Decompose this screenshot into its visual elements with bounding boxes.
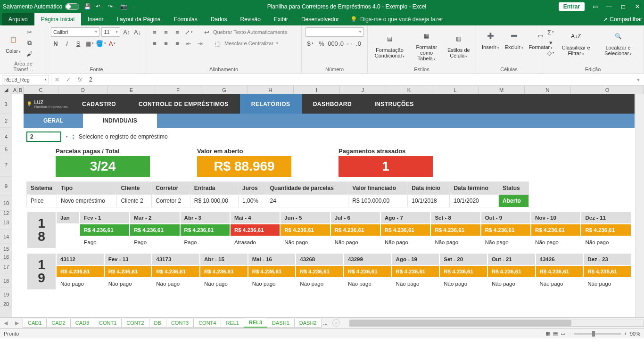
col-C[interactable]: C	[24, 86, 58, 94]
align-bottom-icon[interactable]: ≡	[173, 27, 182, 37]
row-20[interactable]: 20	[0, 301, 12, 307]
enter-fx-icon[interactable]: ✓	[63, 76, 74, 83]
nav-dashboard[interactable]: DASHBOARD	[302, 94, 363, 114]
stat[interactable]: Pago	[180, 236, 230, 248]
stat[interactable]: Não pago	[536, 278, 584, 290]
col-K[interactable]: K	[386, 86, 432, 94]
cell-styles-button[interactable]: ▥Estilos de Célula▾	[446, 30, 472, 59]
qat-menu-icon[interactable]: ▾	[132, 3, 135, 10]
mon[interactable]: Abr - 3	[180, 212, 230, 224]
italic-button[interactable]: I	[62, 39, 72, 48]
nav-cadastro[interactable]: CADASTRO	[71, 94, 127, 114]
val[interactable]: R$ 4.236,61	[80, 224, 130, 236]
mon[interactable]: 43299	[344, 253, 392, 265]
row-14[interactable]: 14	[0, 230, 12, 244]
val[interactable]: R$ 4.236,61	[296, 265, 344, 278]
sheet-overflow[interactable]: ...	[321, 320, 329, 326]
stat[interactable]: Não pago	[583, 278, 631, 290]
register-spinner[interactable]: ▲▼	[72, 133, 75, 140]
col-H[interactable]: H	[248, 86, 294, 94]
nav-instrucoes[interactable]: INSTRUÇÕES	[363, 94, 425, 114]
row-16[interactable]: 16	[0, 254, 12, 260]
sheet-tab[interactable]: REL1	[221, 319, 244, 328]
mon[interactable]: Mai - 4	[230, 212, 280, 224]
maximize-icon[interactable]: ◻	[619, 3, 627, 10]
align-center-icon[interactable]: ≡	[161, 39, 171, 48]
paste-button[interactable]: 📋 Colar▾	[4, 31, 23, 55]
home-tab[interactable]: Página Inicial	[34, 13, 81, 25]
mon[interactable]: Mai - 16	[248, 253, 296, 265]
wrap-text-button[interactable]: ↩	[202, 27, 211, 37]
review-tab[interactable]: Revisão	[234, 13, 267, 25]
mon[interactable]: Jul - 6	[330, 212, 380, 224]
stat[interactable]: Não pago	[430, 236, 480, 248]
nav-controle[interactable]: CONTROLE DE EMPRÉSTIMOS	[127, 94, 240, 114]
zoom-in-icon[interactable]: +	[624, 331, 627, 337]
font-size-select[interactable]: 11▾	[101, 27, 120, 37]
stat[interactable]: Não pago	[200, 278, 248, 290]
mon[interactable]: Nov - 10	[531, 212, 581, 224]
row-18[interactable]: 18	[0, 274, 12, 288]
dec-decimal-icon[interactable]: ←.0	[351, 39, 360, 48]
val[interactable]: R$ 4.236,61	[330, 224, 380, 236]
sheet-tab[interactable]: CAD2	[46, 319, 70, 328]
subnav-individuais[interactable]: INDIVIDUAIS	[83, 114, 157, 128]
col-B[interactable]: B	[18, 86, 24, 94]
val[interactable]: R$ 4.236,61	[180, 224, 230, 236]
dec-indent-icon[interactable]: ⇤	[184, 39, 193, 48]
col-G[interactable]: G	[201, 86, 248, 94]
view-pagebreak-icon[interactable]: ▭	[561, 330, 565, 337]
formulas-tab[interactable]: Fórmulas	[167, 13, 204, 25]
conditional-format-button[interactable]: ▤Formatação Condicional▾	[372, 30, 408, 59]
border-button[interactable]: ▦▾	[85, 39, 94, 48]
sheet-tab[interactable]: DB	[149, 319, 166, 328]
find-select-button[interactable]: 🔍Localizar e Selecionar▾	[596, 28, 640, 57]
val[interactable]: R$ 4.236,61	[280, 224, 330, 236]
underline-button[interactable]: S	[74, 39, 83, 48]
file-tab[interactable]: Arquivo	[2, 13, 34, 25]
layout-tab[interactable]: Layout da Página	[110, 13, 167, 25]
name-box[interactable]: REL3_Reg▾	[2, 75, 49, 84]
stat[interactable]: Não pago	[104, 278, 152, 290]
td-tipo[interactable]: Novo empréstimo	[57, 195, 117, 207]
expand-formula-icon[interactable]: ▾	[633, 76, 644, 83]
sheet-tab[interactable]: CONT3	[166, 319, 194, 328]
mon[interactable]: 43426	[536, 253, 584, 265]
stat[interactable]: Pago	[130, 236, 180, 248]
col-J[interactable]: J	[340, 86, 386, 94]
font-color-button[interactable]: A▾	[107, 39, 117, 48]
stat[interactable]: Não pago	[248, 278, 296, 290]
view-layout-icon[interactable]: ▤	[553, 330, 558, 337]
row-7[interactable]: 7	[0, 153, 12, 177]
copy-icon[interactable]: ⧉	[25, 38, 34, 48]
td-cliente[interactable]: Cliente 2	[117, 195, 152, 207]
fx-icon[interactable]: fx	[74, 76, 85, 83]
stat[interactable]: Não pago	[531, 236, 581, 248]
sheet-tab[interactable]: CAD3	[70, 319, 94, 328]
td-status[interactable]: Aberto	[499, 195, 529, 207]
mon[interactable]: Ago - 7	[380, 212, 430, 224]
comma-icon[interactable]: 000	[328, 39, 338, 48]
stat[interactable]: Pago	[80, 236, 130, 248]
stat[interactable]: Não pago	[380, 236, 430, 248]
stat[interactable]: Atrasado	[230, 236, 280, 248]
col-L[interactable]: L	[432, 86, 479, 94]
horizontal-scrollbar[interactable]	[349, 320, 644, 327]
val[interactable]: R$ 4.236,61	[200, 265, 248, 278]
sheet-tab[interactable]: CONT4	[193, 319, 221, 328]
stat[interactable]: Não pago	[581, 236, 631, 248]
val[interactable]: R$ 4.236,61	[583, 265, 631, 278]
dropdown-icon[interactable]: ▾	[66, 135, 68, 139]
val[interactable]: R$ 4.236,61	[130, 224, 180, 236]
val[interactable]: R$ 4.236,61	[152, 265, 200, 278]
col-O[interactable]: O	[571, 86, 644, 94]
fill-color-button[interactable]: 🪣▾	[96, 39, 106, 48]
val[interactable]: R$ 4.236,61	[248, 265, 296, 278]
clear-icon[interactable]: ◇▾	[546, 48, 555, 58]
inc-decimal-icon[interactable]: .0→	[339, 39, 349, 48]
zoom-slider[interactable]	[574, 333, 621, 335]
insert-cells-button[interactable]: ➕Inserir▾	[480, 27, 501, 51]
td-entrada[interactable]: R$ 10.000,00	[190, 195, 238, 207]
align-top-icon[interactable]: ≡	[150, 27, 159, 37]
minimize-icon[interactable]: —	[605, 3, 613, 10]
